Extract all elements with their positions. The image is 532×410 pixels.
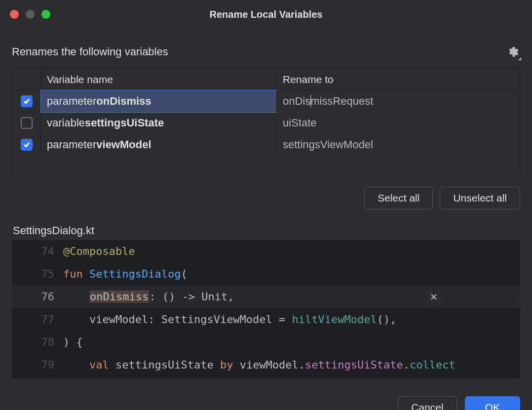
line-number: 75 bbox=[12, 263, 63, 286]
check-icon bbox=[23, 141, 31, 149]
rename-to-cell[interactable]: onDismissRequest bbox=[277, 90, 520, 112]
window-zoom-button[interactable] bbox=[41, 10, 50, 19]
header-checkbox-col bbox=[12, 69, 41, 90]
row-checkbox-cell[interactable] bbox=[12, 134, 41, 156]
dialog-subtitle: Renames the following variables bbox=[12, 45, 168, 58]
variable-name-cell[interactable]: variable settingsUiState bbox=[41, 112, 277, 134]
code-content: viewModel: SettingsViewModel = hiltViewM… bbox=[63, 308, 520, 331]
table-row[interactable]: parameter onDismissonDismissRequest bbox=[12, 90, 520, 112]
ok-button[interactable]: OK bbox=[465, 396, 520, 410]
variable-name-cell[interactable]: parameter viewModel bbox=[41, 134, 277, 156]
line-number: 78 bbox=[12, 331, 63, 354]
header-rename-to: Rename to bbox=[277, 69, 520, 90]
variable-name-label: onDismiss bbox=[96, 95, 151, 108]
row-checkbox-cell[interactable] bbox=[12, 90, 41, 112]
close-preview-button[interactable] bbox=[426, 289, 441, 304]
cancel-button[interactable]: Cancel bbox=[398, 396, 456, 410]
row-checkbox[interactable] bbox=[21, 139, 33, 151]
table-row[interactable]: parameter viewModelsettingsViewModel bbox=[12, 134, 520, 156]
window-title: Rename Local Variables bbox=[0, 9, 532, 20]
editor-line: 75fun SettingsDialog( bbox=[12, 263, 520, 286]
row-checkbox[interactable] bbox=[21, 95, 33, 107]
code-content: @Composable bbox=[63, 240, 520, 263]
editor-line: 76 onDismiss: () -> Unit, bbox=[12, 286, 520, 308]
rename-to-cell[interactable]: settingsViewModel bbox=[277, 134, 520, 156]
line-number: 77 bbox=[12, 308, 63, 331]
line-number: 74 bbox=[12, 240, 63, 263]
rename-to-value: uiState bbox=[283, 117, 317, 129]
table-header: Variable name Rename to bbox=[12, 69, 520, 90]
resize-corner-icon bbox=[518, 57, 521, 60]
code-content: fun SettingsDialog( bbox=[63, 263, 520, 286]
variable-name-cell[interactable]: parameter onDismiss bbox=[41, 90, 277, 112]
variable-name-label: viewModel bbox=[96, 138, 151, 151]
row-checkbox-cell[interactable] bbox=[12, 112, 41, 134]
line-number: 76 bbox=[12, 286, 63, 308]
code-preview-editor[interactable]: 74@Composable75fun SettingsDialog(76 onD… bbox=[12, 240, 520, 378]
row-checkbox[interactable] bbox=[21, 117, 33, 129]
check-icon bbox=[23, 97, 31, 105]
unselect-all-button[interactable]: Unselect all bbox=[440, 187, 520, 209]
editor-line: 79 val settingsUiState by viewModel.sett… bbox=[12, 354, 520, 376]
rename-to-value: settingsViewModel bbox=[283, 138, 373, 151]
variable-kind-label: variable bbox=[47, 117, 85, 129]
editor-line: 74@Composable bbox=[12, 240, 520, 263]
variable-kind-label: parameter bbox=[47, 95, 96, 108]
table-row[interactable]: variable settingsUiStateuiState bbox=[12, 112, 520, 134]
variables-table: Variable name Rename to parameter onDism… bbox=[12, 68, 520, 178]
header-variable-name: Variable name bbox=[41, 69, 277, 90]
rename-to-value: onDismissRequest bbox=[283, 95, 373, 108]
window-minimize-button[interactable] bbox=[26, 10, 35, 19]
code-content: val settingsUiState by viewModel.setting… bbox=[63, 354, 520, 376]
table-footer-empty-row bbox=[12, 156, 520, 177]
text-caret bbox=[310, 95, 311, 108]
editor-line: 78) { bbox=[12, 331, 520, 354]
preview-filename: SettingsDialog.kt bbox=[12, 224, 520, 237]
settings-gear-button[interactable] bbox=[505, 44, 520, 59]
traffic-lights bbox=[10, 10, 50, 19]
window-close-button[interactable] bbox=[10, 10, 19, 19]
code-content: onDismiss: () -> Unit, bbox=[63, 286, 520, 308]
code-content: ) { bbox=[63, 331, 520, 354]
rename-to-cell[interactable]: uiState bbox=[277, 112, 520, 134]
close-icon bbox=[430, 293, 438, 301]
select-all-button[interactable]: Select all bbox=[364, 187, 433, 209]
gear-icon bbox=[507, 46, 519, 58]
variable-kind-label: parameter bbox=[47, 138, 96, 151]
titlebar: Rename Local Variables bbox=[0, 0, 532, 29]
editor-line: 77 viewModel: SettingsViewModel = hiltVi… bbox=[12, 308, 520, 331]
line-number: 79 bbox=[12, 354, 63, 376]
variable-name-label: settingsUiState bbox=[85, 117, 164, 129]
